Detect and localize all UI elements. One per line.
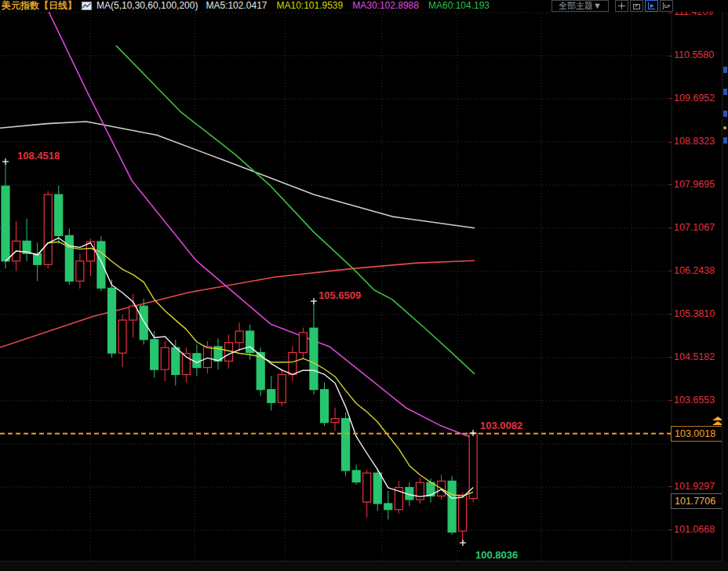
candle[interactable] (55, 195, 63, 235)
collapsed-side-tab[interactable] (722, 12, 728, 562)
price-axis[interactable]: 103.0018 101.7706 111.4209110.5580109.69… (668, 0, 728, 562)
axis-tick-dash (668, 98, 672, 99)
prev-close-box: 101.7706 (671, 493, 726, 509)
crosshair-icon-button[interactable] (615, 0, 628, 12)
candle[interactable] (352, 471, 360, 482)
axis-tick-dash (668, 357, 672, 358)
axis-tick-dash (668, 486, 672, 487)
side-tab-glyph (723, 89, 727, 95)
candle[interactable] (172, 347, 180, 374)
axis-tick-label: 104.5182 (674, 351, 715, 362)
axis-tick-label: 110.5580 (674, 49, 714, 60)
axis-tick-label: 107.9695 (674, 179, 715, 190)
candle[interactable] (203, 347, 211, 368)
candle[interactable] (161, 347, 169, 369)
ma-line-ma60 (116, 45, 475, 374)
candle[interactable] (278, 375, 286, 403)
candle[interactable] (65, 235, 73, 281)
price-annotation: 100.8036 (475, 549, 518, 561)
candle[interactable] (76, 261, 84, 281)
theme-dropdown[interactable]: 全部主题▼ (551, 0, 609, 12)
chart-type-icon[interactable] (82, 2, 92, 10)
axis-tick-dash (668, 400, 672, 401)
candle[interactable] (331, 419, 339, 423)
price-annotation: 108.4518 (17, 150, 60, 162)
top-toolbar: 美元指数【日线】 MA(5,10,30,60,100,200) MA5:102.… (0, 0, 728, 12)
candle[interactable] (129, 306, 137, 320)
ma-legend-item: MA30:102.8988 (352, 0, 419, 12)
side-tab-glyph (723, 137, 727, 144)
candle[interactable] (151, 340, 158, 369)
side-tab-dot (723, 126, 726, 129)
playback-icon-button[interactable] (645, 0, 658, 12)
candle[interactable] (310, 328, 318, 389)
ma-legend-item: MA10:101.9539 (276, 0, 343, 12)
candle[interactable] (384, 504, 392, 510)
axis-tick-label: 107.1067 (674, 222, 715, 233)
ma-line-ma100 (0, 122, 475, 228)
candle[interactable] (118, 320, 126, 353)
axis-tick-dash (668, 271, 672, 271)
crosshair-icon (618, 2, 625, 9)
candle[interactable] (108, 288, 116, 353)
bottom-time-axis[interactable] (0, 561, 728, 571)
candle[interactable] (268, 390, 275, 403)
axis-tick-dash (668, 13, 672, 13)
axis-tick-label: 103.6553 (674, 395, 715, 406)
axis-tick-dash (668, 142, 672, 143)
candle[interactable] (140, 306, 147, 340)
pane-layout-icon (633, 2, 640, 9)
axis-tick-label: 108.8323 (674, 136, 715, 147)
candle[interactable] (299, 333, 307, 352)
expand-pane-icon (663, 2, 670, 9)
axis-tick-dash (668, 529, 672, 530)
axis-tick-dash (668, 314, 672, 315)
side-tab-glyph (723, 111, 727, 117)
candle[interactable] (363, 473, 371, 502)
candle[interactable] (97, 242, 105, 288)
axis-tick-dash (668, 56, 672, 56)
side-tab-glyph (723, 67, 727, 73)
axis-tick-label: 105.3810 (674, 308, 715, 319)
candle[interactable] (235, 331, 243, 343)
candle[interactable] (2, 186, 9, 261)
playback-icon (648, 2, 655, 9)
ma-legend: MA5:102.0417MA10:101.9539MA30:102.8988MA… (206, 0, 490, 12)
expand-pane-icon-button[interactable] (660, 0, 673, 12)
pane-layout-icon-button[interactable] (630, 0, 643, 12)
candle[interactable] (44, 195, 52, 264)
ma-legend-item: MA60:104.193 (428, 0, 490, 12)
ma-settings-label: MA(5,10,30,60,100,200) (96, 0, 198, 12)
candle[interactable] (289, 353, 297, 375)
axis-tick-dash (668, 184, 672, 185)
ma-legend-item: MA5:102.0417 (206, 0, 267, 12)
price-chart-canvas[interactable]: 108.4518105.6509103.0082100.8036 (0, 0, 728, 571)
candle[interactable] (373, 473, 381, 504)
axis-tick-label: 109.6952 (674, 93, 715, 104)
candle[interactable] (321, 390, 329, 423)
axis-tick-label: 101.9297 (674, 481, 715, 492)
axis-tick-label: 101.0668 (674, 524, 715, 535)
price-annotation: 103.0082 (480, 420, 522, 431)
candle[interactable] (448, 481, 456, 532)
candle[interactable] (469, 434, 477, 499)
candle[interactable] (342, 419, 350, 471)
candle[interactable] (459, 495, 467, 531)
price-annotation: 105.6509 (318, 289, 361, 301)
app-root: 108.4518105.6509103.0082100.8036 美元指数【日线… (0, 0, 728, 571)
last-price-box: 103.0018 (671, 426, 726, 442)
axis-tick-label: 106.2438 (674, 265, 715, 276)
symbol-title: 美元指数【日线】 (2, 0, 77, 12)
axis-tick-dash (668, 227, 672, 228)
